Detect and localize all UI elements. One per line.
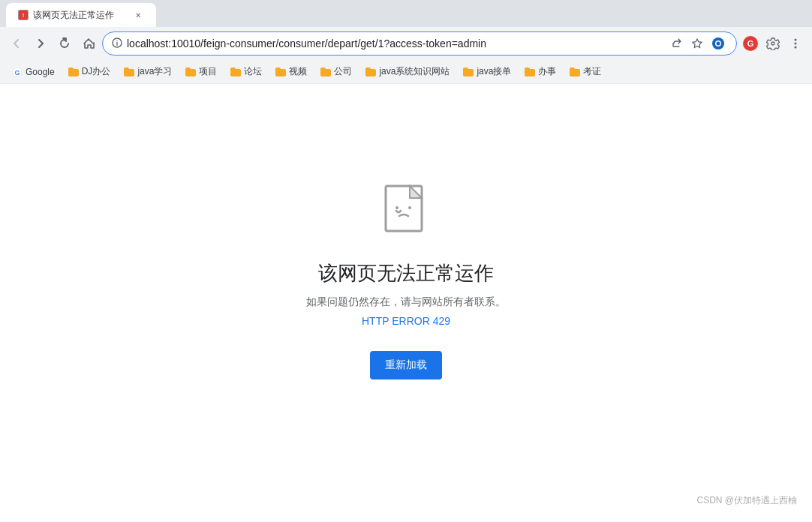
browser-tab[interactable]: ! 该网页无法正常运作 ✕ xyxy=(6,3,156,27)
tab-close-button[interactable]: ✕ xyxy=(132,9,144,21)
svg-text:i: i xyxy=(116,40,119,47)
toolbar: i G xyxy=(0,27,812,60)
error-title: 该网页无法正常运作 xyxy=(318,260,494,286)
info-icon: i xyxy=(112,38,122,50)
bookmark-video-label: 视频 xyxy=(289,65,307,78)
bookmark-java-knowledge[interactable]: java系统知识网站 xyxy=(359,63,456,81)
svg-point-18 xyxy=(395,206,398,209)
folder-icon xyxy=(463,68,474,76)
bookmark-google[interactable]: G Google xyxy=(6,63,61,81)
bookmark-java-single-label: java接单 xyxy=(477,65,511,78)
bookmark-errand[interactable]: 办事 xyxy=(519,63,562,81)
folder-icon xyxy=(68,68,79,76)
bookmark-exam[interactable]: 考证 xyxy=(564,63,607,81)
folder-icon xyxy=(230,68,241,76)
svg-text:G: G xyxy=(747,39,754,48)
error-code: HTTP ERROR 429 xyxy=(362,315,450,327)
bookmark-dj-office[interactable]: DJ办公 xyxy=(62,63,117,81)
bookmark-java-single[interactable]: java接单 xyxy=(457,63,517,81)
error-icon xyxy=(380,182,432,242)
svg-line-17 xyxy=(399,211,401,212)
address-bar-actions xyxy=(667,34,727,52)
page-content: 该网页无法正常运作 如果问题仍然存在，请与网站所有者联系。 HTTP ERROR… xyxy=(0,84,812,522)
folder-icon xyxy=(185,68,196,76)
url-input[interactable] xyxy=(127,38,663,50)
chrome-extension-button[interactable] xyxy=(709,34,727,52)
svg-point-19 xyxy=(408,206,411,209)
bookmark-video[interactable]: 视频 xyxy=(269,63,313,81)
tab-favicon: ! xyxy=(18,10,29,20)
reload-page-button[interactable]: 重新加载 xyxy=(370,351,442,380)
tab-title: 该网页无法正常运作 xyxy=(33,9,128,22)
address-bar[interactable]: i xyxy=(102,32,737,56)
bookmark-company[interactable]: 公司 xyxy=(314,63,358,81)
google-icon: G xyxy=(12,67,23,77)
tab-bar: ! 该网页无法正常运作 ✕ xyxy=(0,0,812,27)
bookmark-company-label: 公司 xyxy=(334,65,352,78)
menu-button[interactable] xyxy=(785,33,806,54)
bookmark-java-knowledge-label: java系统知识网站 xyxy=(379,65,450,78)
bookmark-java-study-label: java学习 xyxy=(137,65,172,78)
profile-button[interactable]: G xyxy=(740,33,761,54)
share-button[interactable] xyxy=(667,34,685,52)
watermark: CSDN @伏加特遇上西柚 xyxy=(696,494,797,507)
folder-icon xyxy=(124,68,134,76)
bookmark-star-button[interactable] xyxy=(688,34,706,52)
error-subtitle: 如果问题仍然存在，请与网站所有者联系。 xyxy=(306,296,506,309)
browser-frame: ! 该网页无法正常运作 ✕ i xyxy=(0,0,812,522)
svg-text:!: ! xyxy=(23,12,25,19)
svg-line-16 xyxy=(396,211,398,212)
reload-button[interactable] xyxy=(54,33,75,54)
bookmark-google-label: Google xyxy=(26,67,55,77)
bookmark-exam-label: 考证 xyxy=(583,65,601,78)
svg-text:G: G xyxy=(14,69,20,76)
bookmark-errand-label: 办事 xyxy=(538,65,556,78)
bookmark-dj-label: DJ办公 xyxy=(82,65,111,78)
folder-icon xyxy=(365,68,376,76)
folder-icon xyxy=(525,68,535,76)
toolbar-right: G xyxy=(740,33,806,54)
bookmark-forum[interactable]: 论坛 xyxy=(224,63,268,81)
bookmark-project-label: 项目 xyxy=(199,65,217,78)
bookmarks-bar: G Google DJ办公 java学习 项目 论坛 视频 公司 xyxy=(0,60,812,84)
extensions-button[interactable] xyxy=(762,33,783,54)
bookmark-forum-label: 论坛 xyxy=(244,65,262,78)
svg-point-10 xyxy=(795,39,797,41)
home-button[interactable] xyxy=(78,33,99,54)
forward-button[interactable] xyxy=(30,33,51,54)
folder-icon xyxy=(275,68,286,76)
bookmark-java-study[interactable]: java学习 xyxy=(118,63,178,81)
folder-icon xyxy=(320,68,331,76)
bookmark-project[interactable]: 项目 xyxy=(179,63,223,81)
svg-point-6 xyxy=(717,42,720,46)
svg-point-9 xyxy=(771,42,774,45)
svg-point-12 xyxy=(795,46,797,49)
svg-point-11 xyxy=(795,43,797,45)
back-button[interactable] xyxy=(6,33,27,54)
folder-icon xyxy=(570,68,580,76)
